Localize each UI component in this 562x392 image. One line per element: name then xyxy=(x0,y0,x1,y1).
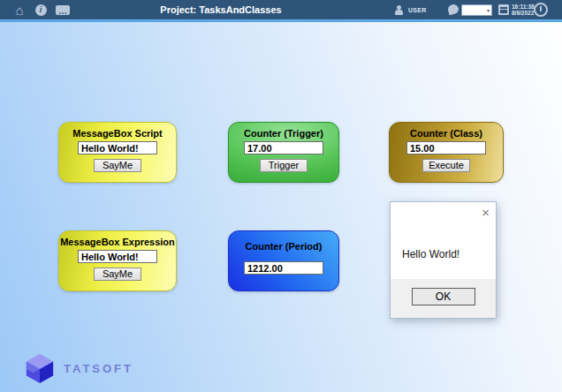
info-icon[interactable]: i xyxy=(32,0,49,19)
home-glyph: ⌂ xyxy=(15,4,23,17)
more-icon[interactable]: … xyxy=(53,0,72,19)
sayme-script-button[interactable]: SayMe xyxy=(94,159,141,172)
chevron-down-icon: ▾ xyxy=(487,7,490,13)
panel-counter-trigger: Counter (Trigger) Trigger xyxy=(228,122,339,183)
desktop-background: ⌂ i … Project: TasksAndClasses USER ▾ 16… xyxy=(0,0,562,392)
counter-trigger-input[interactable] xyxy=(244,141,323,155)
panel-messagebox-script: MessageBox Script SayMe xyxy=(58,122,177,183)
user-button[interactable]: USER xyxy=(394,0,427,19)
calendar-icon xyxy=(498,4,509,15)
more-glyph: … xyxy=(56,5,70,15)
panel-title: Counter (Trigger) xyxy=(244,128,323,139)
execute-button[interactable]: Execute xyxy=(422,159,470,172)
home-icon[interactable]: ⌂ xyxy=(11,0,28,19)
language-icon[interactable] xyxy=(447,4,459,16)
project-title: Project: TasksAndClasses xyxy=(141,0,300,19)
dialog-footer: OK xyxy=(391,279,496,318)
top-toolbar: ⌂ i … Project: TasksAndClasses USER ▾ 16… xyxy=(0,0,562,19)
date-text: 8/6/2022 xyxy=(512,10,535,16)
messagebox-dialog: × Hello World! OK xyxy=(390,201,497,319)
panel-counter-period: Counter (Period) xyxy=(228,230,339,291)
ok-button[interactable]: OK xyxy=(412,288,475,305)
panel-counter-class: Counter (Class) Execute xyxy=(389,122,504,183)
tatsoft-logo: TATSOFT xyxy=(23,351,133,385)
cube-icon xyxy=(23,351,57,385)
language-combobox[interactable]: ▾ xyxy=(461,4,492,16)
toolbar-accent-strip xyxy=(0,19,562,22)
counter-period-input[interactable] xyxy=(244,261,323,275)
power-icon[interactable] xyxy=(534,3,548,17)
user-icon xyxy=(394,5,405,15)
panel-title: MessageBox Expression xyxy=(60,237,175,247)
sayme-expression-button[interactable]: SayMe xyxy=(94,268,141,281)
counter-class-input[interactable] xyxy=(406,141,486,155)
info-glyph: i xyxy=(35,4,47,16)
panel-messagebox-expression: MessageBox Expression SayMe xyxy=(58,230,177,291)
panel-title: MessageBox Script xyxy=(72,128,162,139)
trigger-button[interactable]: Trigger xyxy=(260,159,308,172)
close-icon[interactable]: × xyxy=(482,206,490,219)
panel-title: Counter (Class) xyxy=(410,128,482,139)
panel-title: Counter (Period) xyxy=(246,241,323,252)
user-label: USER xyxy=(408,7,427,13)
dialog-message: Hello World! xyxy=(402,248,459,260)
logo-text: TATSOFT xyxy=(64,362,133,375)
time-text: 16:11:38 xyxy=(512,4,535,10)
messagebox-script-input[interactable] xyxy=(78,141,157,155)
messagebox-expression-input[interactable] xyxy=(78,250,157,263)
datetime-display: 16:11:38 8/6/2022 xyxy=(512,4,535,17)
